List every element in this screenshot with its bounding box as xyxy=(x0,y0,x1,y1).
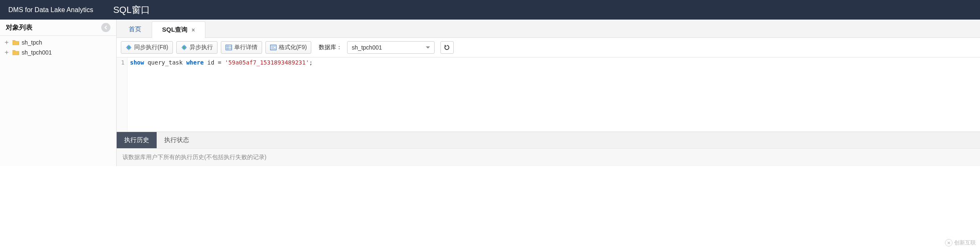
tree-item[interactable]: + sh_tpch xyxy=(0,37,116,47)
bottom-panel-content: 该数据库用户下所有的执行历史(不包括执行失败的记录) xyxy=(117,148,980,166)
main-panel: 首页 SQL查询 × 同步执行(F8) 异步执行 xyxy=(117,20,980,166)
button-label: 格式化(F9) xyxy=(279,44,307,51)
tree-item-label: sh_tpch001 xyxy=(22,49,52,56)
tab-bar: 首页 SQL查询 × xyxy=(117,20,980,38)
gear-run-icon xyxy=(181,44,188,51)
sql-identifier: id = xyxy=(204,59,225,66)
sidebar-collapse-button[interactable] xyxy=(101,23,110,32)
row-detail-button[interactable]: 单行详情 xyxy=(221,41,262,54)
history-hint: 该数据库用户下所有的执行历史(不包括执行失败的记录) xyxy=(122,154,266,160)
sql-keyword: where xyxy=(186,59,204,66)
tab-label: 首页 xyxy=(129,25,141,33)
button-label: 异步执行 xyxy=(190,44,213,51)
tab-label: 执行历史 xyxy=(124,136,149,143)
sql-identifier: query_task xyxy=(144,59,186,66)
tab-label: SQL查询 xyxy=(162,26,188,34)
tree-item-label: sh_tpch xyxy=(22,39,42,46)
sql-keyword: show xyxy=(130,59,144,66)
sql-string: '59a05af7_1531893489231' xyxy=(225,59,309,66)
tree-item[interactable]: + sh_tpch001 xyxy=(0,47,116,57)
object-tree: + sh_tpch + sh_tpch001 xyxy=(0,36,116,59)
close-icon[interactable]: × xyxy=(192,27,195,33)
refresh-icon xyxy=(444,44,450,51)
sidebar: 对象列表 + sh_tpch + sh_tpch001 xyxy=(0,20,117,166)
button-label: 同步执行(F8) xyxy=(134,44,168,51)
refresh-button[interactable] xyxy=(440,41,454,54)
format-button[interactable]: 格式化(F9) xyxy=(265,41,312,54)
tab-home[interactable]: 首页 xyxy=(118,21,152,37)
editor-content[interactable]: show query_task where id = '59a05af7_153… xyxy=(128,57,980,132)
folder-icon xyxy=(12,40,19,45)
button-label: 单行详情 xyxy=(234,44,258,51)
expand-icon[interactable]: + xyxy=(4,40,9,45)
gear-run-icon xyxy=(125,44,132,51)
bottom-tab-bar: 执行历史 执行状态 xyxy=(117,132,980,148)
editor-gutter: 1 xyxy=(117,57,128,132)
folder-icon xyxy=(12,50,19,55)
tab-label: 执行状态 xyxy=(164,136,189,143)
topbar: DMS for Data Lake Analytics SQL窗口 xyxy=(0,0,980,20)
async-execute-button[interactable]: 异步执行 xyxy=(176,41,218,54)
exec-history-tab[interactable]: 执行历史 xyxy=(117,132,157,148)
database-select[interactable]: sh_tpch001 xyxy=(347,41,435,54)
sql-editor[interactable]: 1 show query_task where id = '59a05af7_1… xyxy=(117,57,980,132)
database-selected-value: sh_tpch001 xyxy=(352,44,382,51)
exec-status-tab[interactable]: 执行状态 xyxy=(157,132,197,148)
expand-icon[interactable]: + xyxy=(4,50,9,55)
table-icon xyxy=(225,44,232,51)
database-label: 数据库： xyxy=(315,44,344,51)
toolbar: 同步执行(F8) 异步执行 单行详情 格式化(F9) 数据库： xyxy=(117,38,980,57)
sync-execute-button[interactable]: 同步执行(F8) xyxy=(121,41,173,54)
format-icon xyxy=(270,44,277,51)
layout: 对象列表 + sh_tpch + sh_tpch001 xyxy=(0,20,980,166)
line-number: 1 xyxy=(117,59,125,66)
tab-sql-query[interactable]: SQL查询 × xyxy=(152,21,205,38)
chevron-left-icon xyxy=(104,25,108,30)
brand-label: DMS for Data Lake Analytics xyxy=(0,6,102,14)
svg-rect-2 xyxy=(226,45,232,50)
sql-punct: ; xyxy=(309,59,312,66)
page-title: SQL窗口 xyxy=(102,4,162,16)
sidebar-title: 对象列表 xyxy=(6,23,32,32)
sidebar-header: 对象列表 xyxy=(0,20,116,36)
